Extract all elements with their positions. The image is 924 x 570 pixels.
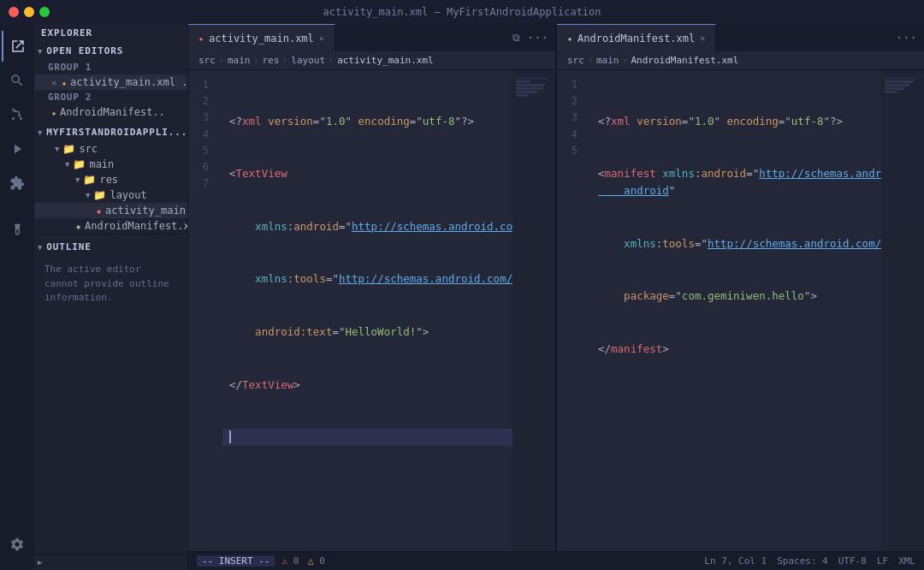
- code-line-2: <TextView: [222, 165, 512, 182]
- bc-src[interactable]: src: [198, 55, 216, 66]
- project-header[interactable]: ▼ MYFIRSTANDROIDAPPLI...: [34, 123, 187, 141]
- window-title: activity_main.xml — MyFirstAndroidApplic…: [323, 6, 601, 18]
- explorer-icon[interactable]: [2, 31, 33, 62]
- tab-xml-icon: ⬥: [198, 33, 204, 43]
- titlebar: activity_main.xml — MyFirstAndroidApplic…: [0, 0, 924, 24]
- open-editors-header[interactable]: ▼ OPEN EDITORS: [34, 42, 187, 60]
- bc-layout[interactable]: layout: [291, 55, 325, 66]
- main-container: EXPLORER ▼ OPEN EDITORS GROUP 1 ✕ ⬥ acti…: [0, 24, 924, 570]
- line-ending[interactable]: LF: [877, 555, 888, 567]
- tab-activity-label: activity_main.xml: [209, 33, 314, 45]
- error-count[interactable]: ⚠ 0 △ 0: [281, 555, 324, 567]
- tab-manifest-icon: ⬥: [567, 33, 572, 43]
- bc-main[interactable]: main: [228, 55, 251, 66]
- project-label: MYFIRSTANDROIDAPPLI...: [46, 127, 187, 138]
- r-code-line-5: </manifest>: [591, 341, 881, 358]
- split-editor-icon[interactable]: ⧉: [512, 32, 520, 44]
- warning-icon: △: [308, 555, 314, 567]
- right-editor-panel: ⬥ AndroidManifest.xml ✕ ··· src › main ›…: [555, 24, 924, 551]
- group2-label: GROUP 2: [34, 90, 187, 104]
- maven-header[interactable]: ▶: [34, 555, 187, 570]
- language-mode[interactable]: XML: [898, 555, 915, 567]
- sidebar: EXPLORER ▼ OPEN EDITORS GROUP 1 ✕ ⬥ acti…: [34, 24, 188, 570]
- search-icon[interactable]: [2, 65, 33, 96]
- project-arrow: ▼: [38, 128, 43, 137]
- bc-sep2: ›: [253, 56, 258, 65]
- explorer-header[interactable]: EXPLORER: [34, 24, 187, 42]
- xml-file-icon: ⬥: [62, 78, 67, 87]
- indent-spaces[interactable]: Spaces: 4: [777, 555, 828, 567]
- right-tab-actions: ···: [889, 24, 924, 51]
- tree-res[interactable]: ▼ 📁 res: [34, 172, 187, 187]
- bc-sep3: ›: [282, 56, 287, 65]
- code-line-1: <?xml version="1.0" encoding="utf-8"?>: [222, 113, 512, 130]
- run-icon[interactable]: [2, 134, 33, 164]
- tree-androidmanifest[interactable]: ⬥ AndroidManifest.x...: [34, 218, 187, 234]
- tab-close-icon[interactable]: ✕: [319, 33, 324, 43]
- r-code-line-3: xmlns:tools="http://schemas.android.com/…: [591, 235, 881, 252]
- tab-android-manifest[interactable]: ⬥ AndroidManifest.xml ✕: [557, 24, 716, 51]
- code-line-4: xmlns:tools="http://schemas.android.com/…: [222, 270, 512, 288]
- explorer-label: EXPLORER: [41, 27, 92, 39]
- cursor-position[interactable]: Ln 7, Col 1: [704, 555, 767, 567]
- tab-manifest-close-icon[interactable]: ✕: [700, 33, 705, 43]
- r-code-line-4: package="com.geminiwen.hello">: [591, 288, 881, 305]
- outline-arrow: ▼: [38, 243, 43, 252]
- code-line-3: xmlns:android="http://schemas.android.co…: [222, 218, 512, 235]
- split-editors: ⬥ activity_main.xml ✕ ⧉ ··· src › main ›…: [188, 24, 924, 551]
- right-more-actions-icon[interactable]: ···: [896, 31, 917, 45]
- right-breadcrumb: src › main › AndroidManifest.xml: [557, 51, 924, 70]
- left-code-content[interactable]: 1 2 3 4 5 6 7 <?xml version="1.0" encodi…: [188, 70, 555, 551]
- tree-layout[interactable]: ▼ 📁 layout: [34, 187, 187, 203]
- layout-folder-icon: 📁: [93, 189, 106, 201]
- maven-section: ▶: [34, 554, 187, 570]
- right-code-content[interactable]: 1 2 3 4 5 <?xml version="1.0" encoding="…: [557, 70, 924, 551]
- manifest-icon: ⬥: [75, 220, 81, 232]
- main-arrow: ▼: [65, 160, 69, 169]
- right-line-numbers: 1 2 3 4 5: [557, 70, 591, 551]
- androidmanifest-label: AndroidManifest.x...: [85, 220, 187, 232]
- code-line-6: </TextView>: [222, 377, 512, 394]
- bc-activity-xml[interactable]: activity_main.xml: [337, 55, 434, 66]
- group1-label: GROUP 1: [34, 60, 187, 74]
- activity-xml-label: activity_main.xml: [105, 205, 187, 217]
- right-tabs-row: ⬥ AndroidManifest.xml ✕ ···: [557, 24, 924, 51]
- rbc-main[interactable]: main: [596, 55, 619, 66]
- error-icon: ⚠: [281, 555, 287, 567]
- main-folder-icon: 📁: [73, 158, 86, 170]
- close-button[interactable]: [9, 7, 19, 17]
- res-label: res: [99, 174, 118, 186]
- src-label: src: [79, 143, 98, 155]
- outline-header[interactable]: ▼ OUTLINE: [34, 238, 187, 256]
- manifest-file-icon: ⬥: [51, 108, 56, 117]
- rbc-sep2: ›: [622, 56, 627, 65]
- activity-bar-bottom: [2, 529, 33, 570]
- window-controls: [9, 7, 50, 17]
- open-file-name-2: AndroidManifest..: [60, 106, 165, 118]
- editor-mode: -- INSERT --: [197, 555, 275, 567]
- tree-src[interactable]: ▼ 📁 src: [34, 141, 187, 157]
- open-file-activity-main[interactable]: ✕ ⬥ activity_main.xml .: [34, 74, 187, 90]
- more-actions-icon[interactable]: ···: [527, 31, 548, 45]
- extensions-icon[interactable]: [2, 168, 33, 199]
- open-editors-arrow: ▼: [38, 47, 43, 56]
- open-file-android-manifest[interactable]: ⬥ AndroidManifest..: [34, 104, 187, 120]
- minimize-button[interactable]: [24, 7, 34, 17]
- rbc-manifest[interactable]: AndroidManifest.xml: [631, 55, 738, 66]
- maximize-button[interactable]: [39, 7, 50, 17]
- left-editor-panel: ⬥ activity_main.xml ✕ ⧉ ··· src › main ›…: [188, 24, 555, 551]
- tree-main[interactable]: ▼ 📁 main: [34, 157, 187, 172]
- right-code-lines[interactable]: <?xml version="1.0" encoding="utf-8"?> <…: [591, 70, 881, 551]
- file-close-icon[interactable]: ✕: [51, 78, 56, 87]
- src-arrow: ▼: [55, 145, 59, 153]
- bc-res[interactable]: res: [262, 55, 279, 66]
- rbc-src[interactable]: src: [567, 55, 584, 66]
- flask-icon[interactable]: [2, 216, 33, 246]
- tab-activity-main[interactable]: ⬥ activity_main.xml ✕: [188, 24, 335, 51]
- left-code-lines[interactable]: <?xml version="1.0" encoding="utf-8"?> <…: [222, 70, 512, 551]
- file-encoding[interactable]: UTF-8: [838, 555, 867, 567]
- tree-activity-xml[interactable]: ⬥ activity_main.xml: [34, 203, 187, 218]
- error-num: 0: [293, 555, 299, 567]
- source-control-icon[interactable]: [2, 99, 33, 130]
- settings-icon[interactable]: [2, 529, 33, 560]
